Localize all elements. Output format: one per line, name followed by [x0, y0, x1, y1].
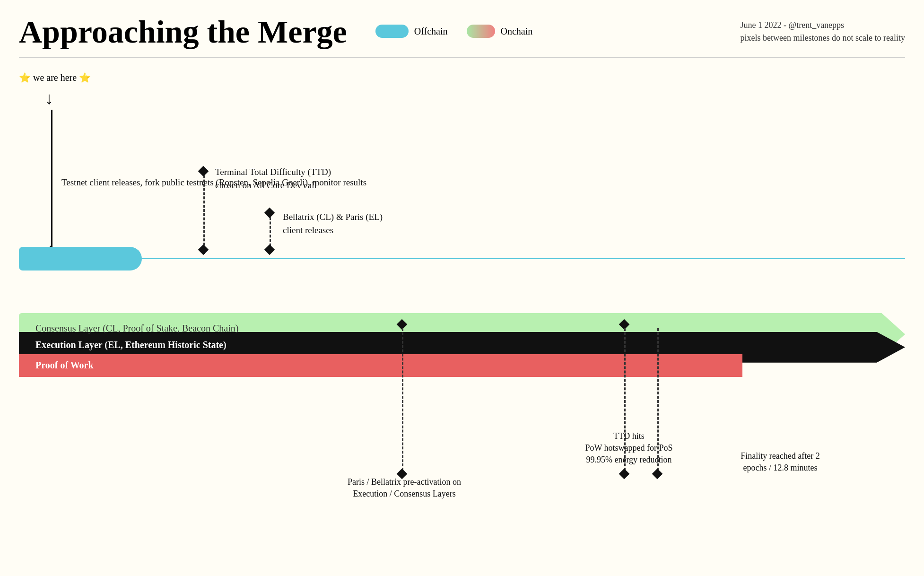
attribution-line2: pixels between milestones do not scale t…	[741, 32, 905, 44]
legend-onchain: Onchain	[467, 25, 533, 38]
paris-activation-line	[402, 328, 403, 475]
onchain-label: Onchain	[501, 26, 533, 37]
ttd-hits-label: TTD hitsPoW hotswapped for PoS99.95% ene…	[553, 430, 705, 466]
ttd-hits-diamond-right	[652, 468, 663, 479]
legend: Offchain Onchain	[375, 25, 532, 38]
paris-activation-label: Paris / Bellatrix pre-activation onExecu…	[331, 476, 478, 500]
offchain-pill	[375, 25, 409, 38]
legend-offchain: Offchain	[375, 25, 448, 38]
we-are-here-label: ⭐ we are here ⭐	[19, 72, 91, 83]
header-divider	[19, 57, 905, 58]
ttd-vertical-line	[203, 171, 205, 254]
el-label: Execution Layer (EL, Ethereum Historic S…	[35, 339, 227, 351]
ttd-diamond-top	[198, 166, 209, 176]
blue-offchain-line	[139, 258, 905, 259]
page-title: Approaching the Merge	[19, 14, 347, 50]
offchain-label: Offchain	[414, 26, 448, 37]
attribution-line1: June 1 2022 - @trent_vanepps	[741, 19, 905, 32]
finality-label: Finality reached after 2epochs / 12.8 mi…	[705, 450, 856, 474]
bellatrix-label: Bellatrix (CL) & Paris (EL)client releas…	[283, 210, 383, 237]
bellatrix-diamond-top	[264, 207, 275, 218]
ttd-hits-diamond-left	[619, 468, 630, 479]
arrow-down-icon: ↓	[45, 88, 53, 108]
onchain-pill	[467, 25, 495, 38]
testnet-vertical-line	[51, 110, 52, 249]
pow-track	[19, 354, 742, 377]
pow-label: Proof of Work	[35, 359, 94, 371]
attribution: June 1 2022 - @trent_vanepps pixels betw…	[741, 19, 905, 44]
ttd-diamond-bottom	[198, 244, 209, 255]
blue-offchain-track	[19, 247, 142, 271]
header: Approaching the Merge Offchain Onchain J…	[0, 0, 924, 50]
cl-label: Consensus Layer (CL, Proof of Stake, Bea…	[35, 322, 238, 335]
diagram: ⭐ we are here ⭐ ↓ Testnet client release…	[0, 62, 924, 535]
bellatrix-diamond-bottom	[264, 244, 275, 255]
ttd-label: Terminal Total Difficulty (TTD)chosen on…	[215, 166, 331, 192]
